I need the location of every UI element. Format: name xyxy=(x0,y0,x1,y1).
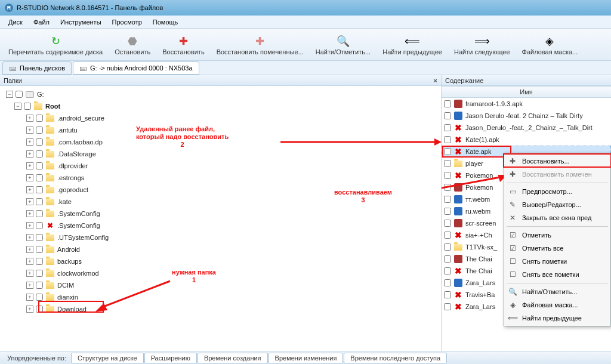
expander-icon[interactable]: + xyxy=(26,270,33,277)
toolbar-recover-marked[interactable]: ✚Восстановить помеченные... xyxy=(212,30,308,59)
ctx-find[interactable]: 🔍Найти/Отметить... xyxy=(504,285,610,298)
file-checkbox[interactable] xyxy=(444,243,451,251)
file-row[interactable]: framaroot-1.9.3.apk xyxy=(442,98,611,110)
tree-checkbox[interactable] xyxy=(36,210,43,217)
tree-item-dcim[interactable]: +DCIM xyxy=(0,279,441,291)
tree-item--com-taobao-dp[interactable]: +.com.taobao.dp xyxy=(0,136,441,148)
tree-item--systemconfig[interactable]: +.SystemConfig xyxy=(0,208,441,220)
ctx-filemask[interactable]: ◈Файловая маска... xyxy=(504,298,610,311)
tree-item-clockworkmod[interactable]: +clockworkmod xyxy=(0,267,441,279)
toolbar-find-prev[interactable]: ⟸Найти предыдущее xyxy=(378,30,447,59)
expander-icon[interactable]: + xyxy=(26,186,33,193)
sort-structure[interactable]: Структуре на диске xyxy=(71,353,144,363)
file-checkbox[interactable] xyxy=(444,184,451,191)
file-checkbox[interactable] xyxy=(444,136,451,143)
expander-icon[interactable]: + xyxy=(26,294,33,301)
expander-icon[interactable]: + xyxy=(26,150,33,158)
ctx-find-prev[interactable]: ⟸Найти предыдущее xyxy=(504,311,610,325)
toolbar-find-next[interactable]: ⟹Найти следующее xyxy=(449,30,515,59)
file-checkbox[interactable] xyxy=(444,255,451,263)
menu-file[interactable]: Файл xyxy=(29,17,54,27)
expander-icon[interactable]: + xyxy=(26,162,33,169)
tree-item--utsystemconfig[interactable]: +.UTSystemConfig xyxy=(0,232,441,243)
tree-checkbox[interactable] xyxy=(36,198,43,205)
file-checkbox[interactable] xyxy=(444,208,451,215)
sort-extension[interactable]: Расширению xyxy=(144,353,197,363)
file-checkbox[interactable] xyxy=(444,112,451,119)
toolbar-stop[interactable]: ⬣Остановить xyxy=(110,30,155,59)
tree-item--datastorage[interactable]: +.DataStorage xyxy=(0,148,441,160)
expander-icon[interactable]: + xyxy=(26,258,33,265)
ctx-unmark-all[interactable]: ☐Снять все пометки xyxy=(504,268,610,281)
file-checkbox[interactable] xyxy=(444,124,451,131)
toolbar-recover[interactable]: ✚Восстановить xyxy=(158,30,209,59)
expander-icon[interactable]: + xyxy=(26,210,33,217)
tree-item--android-secure[interactable]: +.android_secure xyxy=(0,112,441,124)
tab-drives-panel[interactable]: 🖴Панель дисков xyxy=(2,61,72,75)
expander-icon[interactable]: + xyxy=(26,127,33,134)
file-checkbox[interactable] xyxy=(444,196,451,203)
expander-icon[interactable]: + xyxy=(26,246,33,253)
ctx-unmark[interactable]: ☐Снять пометки xyxy=(504,255,610,268)
toolbar-filemask[interactable]: ◈Файловая маска... xyxy=(517,30,583,59)
column-header-name[interactable]: Имя xyxy=(442,86,611,98)
tab-current-drive[interactable]: 🖴G: -> nubia Android 0000 : NX503a xyxy=(73,61,199,75)
file-checkbox[interactable] xyxy=(444,100,451,107)
sort-created[interactable]: Времени создания xyxy=(198,353,268,363)
expander-icon[interactable]: + xyxy=(26,282,33,289)
file-row[interactable]: ✖Jason_Derulo_-feat._2_Chainz_–_Talk_Dir… xyxy=(442,122,611,134)
menu-view[interactable]: Просмотр xyxy=(107,17,147,27)
tree-checkbox[interactable] xyxy=(36,174,43,181)
tree-drive-root[interactable]: −G: xyxy=(0,88,441,100)
file-checkbox[interactable] xyxy=(444,291,451,298)
expander-icon[interactable]: + xyxy=(26,234,33,241)
file-row[interactable]: ✖Kate(1).apk xyxy=(442,134,611,146)
menu-help[interactable]: Помощь xyxy=(148,17,183,27)
expander-icon[interactable]: + xyxy=(26,198,33,205)
tree-checkbox[interactable] xyxy=(16,91,23,98)
tree-checkbox[interactable] xyxy=(36,115,43,122)
tree-item--goproduct[interactable]: +.goproduct xyxy=(0,184,441,196)
file-checkbox[interactable] xyxy=(444,279,451,286)
file-row[interactable]: Jason Derulo -feat. 2 Chainz – Talk Dirt… xyxy=(442,110,611,122)
tree-item--estrongs[interactable]: +.estrongs xyxy=(0,172,441,184)
file-checkbox[interactable] xyxy=(444,303,451,310)
tree-item-backups[interactable]: +backups xyxy=(0,255,441,267)
ctx-mark[interactable]: ☑Отметить xyxy=(504,229,610,242)
tree-checkbox[interactable] xyxy=(36,162,43,169)
tree-checkbox[interactable] xyxy=(36,246,43,253)
menu-disk[interactable]: Диск xyxy=(4,17,27,27)
sort-modified[interactable]: Времени изменения xyxy=(269,353,344,363)
file-checkbox[interactable] xyxy=(444,232,451,239)
expander-icon[interactable]: + xyxy=(26,138,33,146)
tree-checkbox[interactable] xyxy=(36,270,43,277)
file-checkbox[interactable] xyxy=(444,267,451,274)
tree-checkbox[interactable] xyxy=(36,138,43,146)
ctx-view-edit[interactable]: ✎Вьювер/Редактор... xyxy=(504,198,610,211)
tree-checkbox[interactable] xyxy=(36,234,43,241)
expander-icon[interactable]: − xyxy=(6,91,13,98)
file-checkbox[interactable] xyxy=(444,160,451,167)
tree-checkbox[interactable] xyxy=(36,282,43,289)
toolbar-find[interactable]: 🔍Найти/Отметить... xyxy=(311,30,375,59)
tree-checkbox[interactable] xyxy=(36,127,43,134)
tree-checkbox[interactable] xyxy=(36,222,43,229)
tree-item--kate[interactable]: +.kate xyxy=(0,196,441,208)
menu-tools[interactable]: Инструменты xyxy=(55,17,106,27)
toolbar-reread[interactable]: ↻Перечитать содержимое диска xyxy=(4,30,107,59)
expander-icon[interactable]: + xyxy=(26,222,33,229)
expander-icon[interactable]: + xyxy=(26,306,33,313)
tree-checkbox[interactable] xyxy=(36,258,43,265)
tree-checkbox[interactable] xyxy=(36,294,43,301)
ctx-close-all[interactable]: ✕Закрыть все окна пред xyxy=(504,211,610,224)
expander-icon[interactable]: + xyxy=(26,115,33,122)
tree-item--dlprovider[interactable]: +.dlprovider xyxy=(0,160,441,172)
tree-item-android[interactable]: +Android xyxy=(0,243,441,255)
ctx-recover-marked[interactable]: ✚Восстановить помечен xyxy=(504,168,610,181)
expander-icon[interactable]: − xyxy=(14,103,21,110)
ctx-mark-all[interactable]: ☑Отметить все xyxy=(504,242,610,255)
file-checkbox[interactable] xyxy=(444,172,451,179)
tree-checkbox[interactable] xyxy=(36,186,43,193)
folders-panel-close[interactable]: × xyxy=(434,77,437,84)
sort-accessed[interactable]: Времени последнего доступа xyxy=(344,353,447,363)
